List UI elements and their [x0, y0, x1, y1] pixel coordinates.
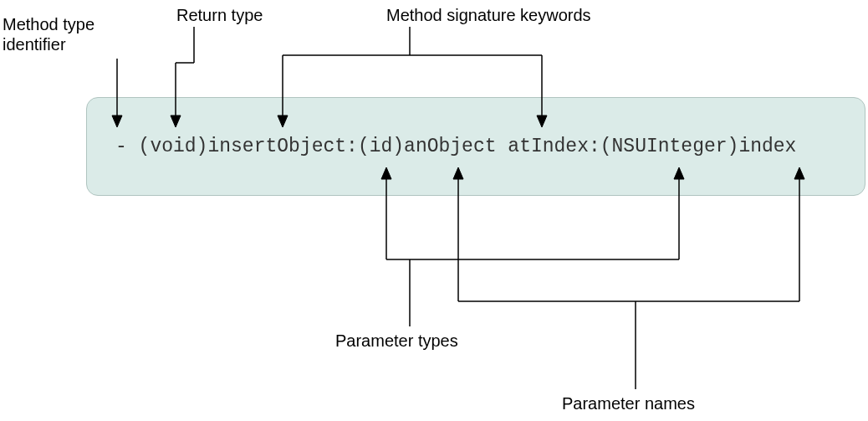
code-nsuinteger: (NSUInteger)	[600, 136, 739, 157]
code-space	[497, 136, 508, 157]
method-declaration: - (void)insertObject:(id)anObject atInde…	[115, 136, 796, 157]
label-method-signature-keywords: Method signature keywords	[386, 5, 591, 25]
label-parameter-names: Parameter names	[562, 393, 695, 413]
label-return-type: Return type	[176, 5, 263, 25]
code-id: (id)	[358, 136, 404, 157]
code-insertobject: insertObject:	[207, 136, 357, 157]
diagram-arrows	[0, 0, 868, 421]
code-anobject: anObject	[404, 136, 496, 157]
code-void: (void)	[139, 136, 208, 157]
code-atindex: atIndex:	[508, 136, 600, 157]
label-method-type-identifier: Method type identifier	[3, 14, 94, 54]
code-minus: -	[115, 136, 139, 157]
label-parameter-types: Parameter types	[335, 331, 458, 351]
method-declaration-box: - (void)insertObject:(id)anObject atInde…	[86, 97, 865, 196]
code-index: index	[738, 136, 796, 157]
